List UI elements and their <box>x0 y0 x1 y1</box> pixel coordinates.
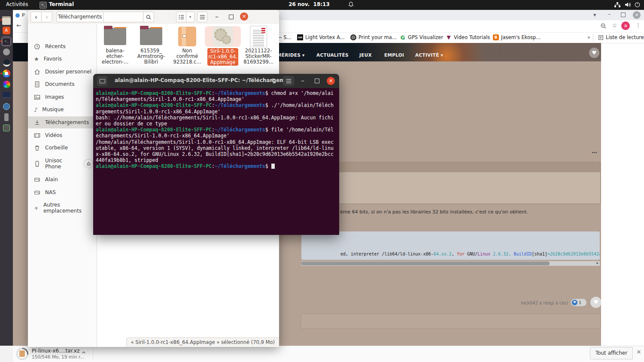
browser-restore-button[interactable] <box>621 12 626 17</box>
site-nav-actualités[interactable]: ACTUALITÉS <box>316 52 349 58</box>
sidebar-item-corbeille[interactable]: Corbeille <box>28 142 97 154</box>
file-item[interactable]: Nonconfirmé923218.c... <box>169 26 205 65</box>
bookmark-3[interactable]: Print your ma... <box>350 34 397 40</box>
dock-terminal-icon[interactable]: >_ <box>2 37 11 46</box>
sidebar-item-alain[interactable]: Alain <box>28 173 97 186</box>
notifications-bell-icon[interactable] <box>348 1 355 8</box>
terminal-line: er ou dossier de ce type <box>96 121 339 127</box>
view-toggle-button[interactable] <box>176 12 186 22</box>
dock-tweak-tool-icon[interactable] <box>2 47 11 57</box>
terminal-line: alain@alain-HP-Compaq-8200-Elite-SFF-PC:… <box>96 163 339 169</box>
files-minimize-button[interactable]: – <box>215 12 219 21</box>
site-nav-mérides[interactable]: MÉRIDES ▾ <box>277 52 305 58</box>
dock: A>_ <box>0 10 13 346</box>
forward-button[interactable]: › <box>41 12 52 22</box>
sidebar-item-nas[interactable]: NAS <box>28 186 97 198</box>
terminal-menu-button[interactable] <box>283 76 294 86</box>
reading-list-button[interactable]: Liste de lecture <box>598 34 644 40</box>
bookmark-4[interactable]: GGPS Visualizer <box>400 34 443 40</box>
sidebar-item-images[interactable]: Images <box>28 91 97 103</box>
hscroll-right-arrow[interactable]: ▸ <box>596 261 598 265</box>
shelf-divider <box>93 348 93 360</box>
code-hscroll-thumb[interactable] <box>301 262 550 265</box>
browser-tab[interactable]: P <box>13 11 28 20</box>
dock-trash-icon[interactable] <box>2 123 11 133</box>
search-button[interactable] <box>143 12 154 22</box>
browser-close-button[interactable]: × <box>633 11 641 19</box>
sidebar-item-vid-os[interactable]: Vidéos <box>28 129 97 141</box>
post-options-icon[interactable]: ⋯ <box>592 149 598 156</box>
dock-planetarium-icon[interactable] <box>2 102 11 111</box>
follow-heart-button[interactable]: ♥ <box>589 48 599 58</box>
browser-back-icon[interactable]: ← <box>16 22 21 29</box>
zoom-icon[interactable] <box>600 23 607 29</box>
eject-icon[interactable] <box>84 159 93 168</box>
terminal-line: x-x86-64.so.2, for GNU/Linux 2.6.32, Bui… <box>96 151 339 157</box>
drive-icon <box>34 189 40 196</box>
bookmark-6[interactable]: BJasem's Ekosp... <box>493 34 541 40</box>
browser-minimize-button[interactable]: – <box>608 11 611 17</box>
location-button[interactable]: Téléchargements ▾ <box>56 12 103 22</box>
new-tab-button[interactable] <box>97 76 107 86</box>
file-item[interactable]: balena-etcher-electron-... <box>97 26 133 65</box>
files-close-button[interactable]: × <box>240 12 248 21</box>
dock-astronomy-app-icon[interactable] <box>2 58 11 67</box>
sidebar-item-t-l-chargements[interactable]: Téléchargements <box>28 116 97 128</box>
view-options-caret[interactable]: ▾ <box>186 12 194 22</box>
show-all-downloads-button[interactable]: Tout afficher <box>590 347 633 359</box>
top-bar: Activités >_ Terminal 26 nov. 18:13 <box>0 0 644 10</box>
code-hscrollbar[interactable]: ▸ <box>301 261 600 266</box>
drive-icon <box>34 176 40 183</box>
site-nav-emploi[interactable]: EMPLOI <box>384 52 404 58</box>
profile-avatar[interactable]: a <box>621 21 630 30</box>
bookmarks-overflow-icon[interactable]: » <box>587 34 590 40</box>
bookmark-label: GPS Visualizer <box>408 34 443 40</box>
sidebar-item-musique[interactable]: ♪Musique <box>28 103 97 116</box>
terminal-window: alain@alain-HP-Compaq-8200-Elite-SFF-PC:… <box>93 74 339 235</box>
terminal-body[interactable]: alain@alain-HP-Compaq-8200-Elite-SFF-PC:… <box>93 88 339 235</box>
sidebar-item-favoris[interactable]: ★Favoris <box>28 53 97 65</box>
dock-kstars-icon[interactable] <box>2 90 11 100</box>
bookmark-star-icon[interactable]: ☆ <box>612 22 617 29</box>
sidebar-item-autres-emplacements[interactable]: +Autres emplacements <box>28 202 97 214</box>
terminal-close-button[interactable]: × <box>327 77 335 85</box>
like-button[interactable]: ♥ <box>590 297 601 308</box>
sidebar-item-label: Documents <box>45 81 97 87</box>
terminal-minimize-button[interactable]: – <box>301 76 304 85</box>
download-filename[interactable]: PI-linux-x6....tar.xz <box>32 348 80 354</box>
sidebar-item-documents[interactable]: Documents <box>28 78 97 90</box>
terminal-search-button[interactable] <box>268 76 279 86</box>
back-button[interactable]: ‹ <box>30 12 42 22</box>
clock[interactable]: 26 nov. 18:13 <box>275 1 343 7</box>
sidebar-item-r-cents[interactable]: Récents <box>28 40 97 52</box>
file-item[interactable]: 615359_Armstrong-Bilibri <box>133 26 169 65</box>
activities-button[interactable]: Activités <box>6 1 28 7</box>
terminal-maximize-button[interactable] <box>315 79 319 83</box>
location-label: Téléchargements <box>58 14 102 20</box>
file-item[interactable]: Siril-1.0.0-rc1-x86_64.AppImage <box>205 26 241 66</box>
file-item[interactable]: 20211122-StickerMR-81693299... <box>240 26 276 65</box>
dock-ubuntu-software-icon[interactable]: A <box>2 26 11 35</box>
dock-photos-icon[interactable] <box>2 79 11 89</box>
files-maximize-button[interactable] <box>229 15 234 19</box>
shelf-close-icon[interactable]: × <box>636 348 641 355</box>
tab-search-chevron-icon[interactable]: ▾ <box>593 12 596 18</box>
volume-icon[interactable] <box>624 1 631 8</box>
bookmark-1[interactable]: — S... <box>277 34 291 40</box>
network-icon[interactable] <box>614 1 621 8</box>
dock-chrome-icon[interactable] <box>2 69 11 78</box>
site-nav-jeux[interactable]: JEUX <box>359 52 372 58</box>
browser-menu-icon[interactable]: ⋮ <box>635 22 641 28</box>
power-icon[interactable] <box>634 1 641 8</box>
bookmark-5[interactable]: ▼Video Tutorials <box>446 34 490 40</box>
reaction-badge[interactable]: ♥ 1 <box>571 299 586 306</box>
bookmark-2[interactable]: LVALight Vortex A... <box>297 34 345 40</box>
sidebar-item-unisoc-phone[interactable]: Unisoc Phone <box>28 158 97 170</box>
dock-phone-icon[interactable] <box>2 113 11 122</box>
sidebar-item-dossier-personnel[interactable]: Dossier personnel <box>28 66 97 78</box>
download-chevron-icon[interactable] <box>81 350 87 356</box>
files-menu-button[interactable] <box>197 12 207 22</box>
site-nav-activité[interactable]: ACTIVITÉ ▾ <box>415 52 443 58</box>
focused-app-name[interactable]: Terminal <box>49 1 74 7</box>
dock-files-icon[interactable] <box>2 15 11 24</box>
